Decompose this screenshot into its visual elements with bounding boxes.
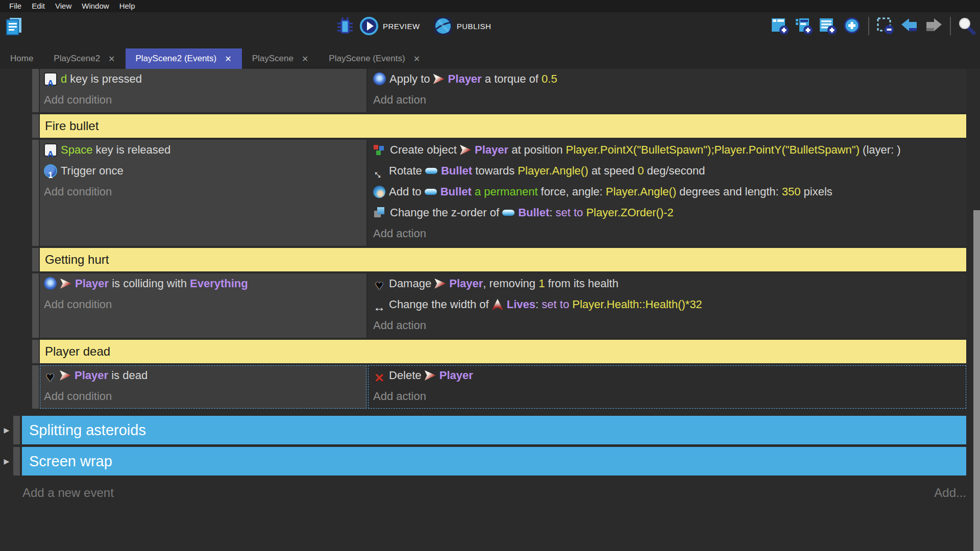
comment-row: Fire bullet [32,114,966,138]
menu-item-view[interactable]: View [50,0,77,12]
tab-playscene2-events[interactable]: PlayScene2 (Events)✕ [126,48,242,69]
text-segment: d [61,72,67,85]
debugger-bug-icon[interactable] [337,17,353,35]
publish-label: PUBLISH [457,22,492,31]
add-action-button[interactable]: Add action [373,387,962,406]
event-grip[interactable] [32,340,39,363]
add-action-button[interactable]: Add action [373,91,962,109]
menu-item-help[interactable]: Help [114,0,140,12]
condition-line[interactable]: Space key is released [44,141,362,159]
event-grip[interactable] [13,447,20,475]
add-other-event-icon[interactable] [842,16,862,36]
group-title[interactable]: Screen wrap [22,447,966,475]
tab-playscene[interactable]: PlayScene✕ [242,48,319,69]
add-new-event-button[interactable]: Add a new event [22,486,114,500]
tab-close-icon[interactable]: ✕ [108,54,115,64]
text-segment: Delete [389,369,425,382]
event-grip[interactable] [13,416,20,444]
tab-home[interactable]: Home [0,48,43,69]
comment-text[interactable]: Fire bullet [40,114,966,138]
player-ship-icon [425,370,436,381]
condition-line[interactable]: Player is dead [44,366,362,385]
vertical-scrollbar-thumb[interactable] [973,210,980,551]
conditions-column: Space key is releasedTrigger onceAdd con… [40,140,366,246]
collapse-arrow-icon[interactable] [0,447,13,475]
add-condition-button[interactable]: Add condition [44,91,362,109]
action-line[interactable]: Apply to Player a torque of 0.5 [373,70,962,88]
text-segment: Player.Health::Health()*32 [572,298,702,311]
add-comment-icon[interactable] [818,16,838,36]
action-line[interactable]: Rotate Bullet towards Player.Angle() at … [373,162,962,180]
action-line[interactable]: Damage Player, removing 1 from its healt… [373,274,962,293]
tab-playscene2[interactable]: PlayScene2✕ [43,48,125,69]
text-segment: Player.PointX("BulletSpawn");Player.Poin… [566,143,860,156]
tab-bar: HomePlayScene2✕PlayScene2 (Events)✕PlayS… [0,40,980,69]
delete-selection-icon[interactable] [876,16,895,36]
event-grip[interactable] [32,114,39,138]
condition-line[interactable]: d key is pressed [44,70,362,88]
event-grip[interactable] [32,273,39,338]
event-grip[interactable] [32,140,39,246]
conditions-column: Player is deadAdd condition [40,365,366,409]
keyboard-key-icon [44,143,57,157]
toolbar: PREVIEW PUBLISH [0,12,980,40]
comment-text[interactable]: Player dead [40,340,966,363]
tab-close-icon[interactable]: ✕ [302,54,308,64]
text-segment: at speed [589,164,638,177]
comment-text[interactable]: Getting hurt [40,248,966,271]
tab-playscene-events[interactable]: PlayScene (Events)✕ [318,48,430,69]
text-segment: Trigger once [61,164,124,177]
tab-close-icon[interactable]: ✕ [413,54,420,64]
preview-button[interactable]: PREVIEW [359,16,427,36]
action-line[interactable]: Change the z-order of Bullet: set to Pla… [373,204,962,222]
condition-line[interactable]: Player is colliding with Everything [44,274,362,293]
text-segment: key is released [92,143,170,156]
zorder-icon [373,207,386,219]
add-condition-button[interactable]: Add condition [44,295,362,314]
add-condition-button[interactable]: Add condition [44,183,362,201]
collapse-arrow-icon[interactable] [0,416,13,444]
action-line[interactable]: Add to Bullet a permanent force, angle: … [373,183,962,201]
tab-label: PlayScene2 (Events) [136,54,217,64]
add-subevent-icon[interactable] [794,16,814,36]
menu-item-file[interactable]: File [4,0,27,12]
action-line[interactable]: Delete Player [373,366,962,385]
event-grip[interactable] [32,248,39,271]
condition-line[interactable]: Trigger once [44,162,362,180]
actions-column: Delete PlayerAdd action [368,365,966,409]
conditions-column: d key is pressedAdd condition [40,69,366,112]
text-segment: (layer: ) [860,143,901,156]
undo-icon[interactable] [900,17,919,35]
heart-icon [44,369,56,382]
event-grip[interactable] [32,69,39,112]
tab-close-icon[interactable]: ✕ [225,54,231,64]
add-condition-button[interactable]: Add condition [44,387,362,406]
add-action-button[interactable]: Add action [373,224,962,243]
publish-button[interactable]: PUBLISH [433,16,499,36]
action-line[interactable]: Create object Player at position Player.… [373,141,962,159]
text-segment: Player.Angle() [518,164,588,177]
gdevelop-logo-icon[interactable] [4,16,24,38]
search-icon[interactable] [958,17,976,35]
action-line[interactable]: Change the width of Lives: set to Player… [373,295,962,314]
heart-icon [373,277,385,290]
text-segment: : [535,298,542,311]
event-grip[interactable] [32,365,39,409]
text-segment: Create object [390,143,460,156]
text-segment: Lives [507,298,535,311]
trigger-once-icon [44,164,57,178]
text-segment: deg/second [644,164,705,177]
delete-x-icon [373,369,385,382]
comment-row: Player dead [32,340,966,363]
text-segment: a torque of [482,72,542,85]
menu-item-window[interactable]: Window [77,0,114,12]
player-ship-icon [433,74,445,84]
menu-item-edit[interactable]: Edit [27,0,50,12]
redo-icon[interactable] [924,17,943,35]
add-event-icon[interactable] [770,16,790,36]
add-action-button[interactable]: Add action [373,316,962,335]
toolbar-separator [868,17,869,35]
group-title[interactable]: Splitting asteroids [22,416,966,444]
event-row: Player is deadAdd conditionDelete Player… [32,365,966,409]
add-button[interactable]: Add... [934,486,966,500]
